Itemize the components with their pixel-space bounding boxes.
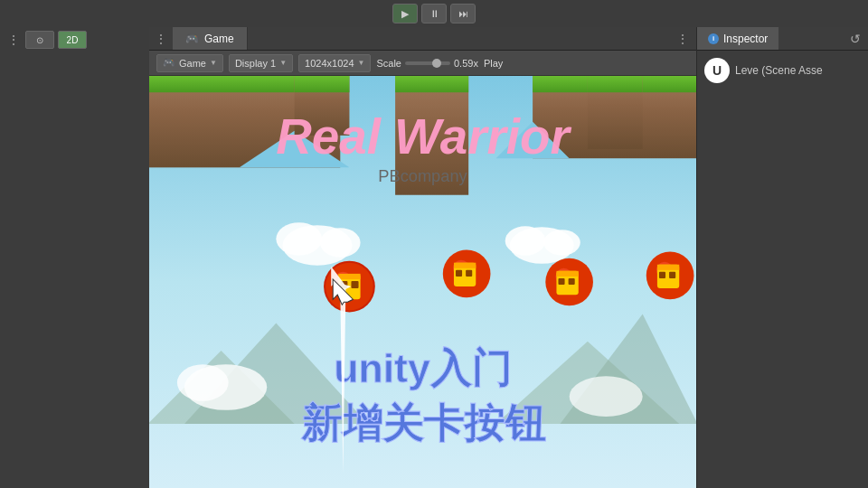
inspector-tab-label: Inspector bbox=[723, 33, 768, 45]
2d-view-button[interactable]: 2D bbox=[58, 31, 87, 49]
scale-slider[interactable] bbox=[405, 61, 450, 65]
svg-rect-44 bbox=[558, 278, 564, 285]
game-tab-label: Game bbox=[204, 33, 234, 45]
display-dropdown[interactable]: Display 1 ▼ bbox=[229, 54, 293, 72]
game-scene-svg: Real Warrior PBcompany unity入门 新增关卡按钮 bbox=[149, 76, 696, 488]
game-mode-arrow: ▼ bbox=[210, 59, 217, 67]
game-mode-icon: 🎮 bbox=[163, 57, 175, 69]
svg-rect-33 bbox=[351, 281, 358, 288]
game-canvas: Real Warrior PBcompany unity入门 新增关卡按钮 bbox=[149, 76, 696, 488]
inspector-panel: i Inspector ↺ U Leve (Scene Asse bbox=[696, 27, 868, 488]
orbit-view-button[interactable]: ⊙ bbox=[25, 31, 54, 49]
svg-rect-31 bbox=[338, 274, 360, 279]
svg-text:新增关卡按钮: 新增关卡按钮 bbox=[301, 400, 546, 446]
game-viewport[interactable]: Real Warrior PBcompany unity入门 新增关卡按钮 bbox=[149, 76, 696, 488]
top-toolbar: ▶ ⏸ ⏭ bbox=[0, 0, 868, 27]
inspector-tab[interactable]: i Inspector bbox=[697, 27, 778, 50]
main-area: ⋮ ⊙ 2D ⋮ 🎮 Game ⋮ 🎮 Game ▼ bbox=[0, 27, 868, 488]
inspector-tab-bar: i Inspector ↺ bbox=[697, 27, 868, 51]
game-mode-dropdown[interactable]: 🎮 Game ▼ bbox=[156, 54, 223, 72]
svg-point-21 bbox=[505, 226, 546, 255]
svg-rect-45 bbox=[569, 278, 575, 285]
svg-rect-37 bbox=[454, 263, 476, 268]
unity-logo-icon: U bbox=[704, 58, 730, 83]
step-icon: ⏭ bbox=[458, 8, 468, 19]
resolution-label: 1024x1024 bbox=[305, 58, 354, 69]
game-panel-dots[interactable]: ⋮ bbox=[149, 27, 173, 50]
svg-rect-49 bbox=[657, 265, 679, 270]
svg-point-18 bbox=[276, 222, 322, 255]
left-gutter: ⋮ ⊙ 2D bbox=[0, 27, 149, 488]
svg-text:PBcompany: PBcompany bbox=[378, 166, 467, 185]
tab-spacer bbox=[248, 27, 669, 50]
game-options-icon[interactable]: ⋮ bbox=[669, 27, 696, 50]
svg-rect-43 bbox=[556, 271, 578, 277]
svg-rect-38 bbox=[456, 270, 462, 277]
left-dots-icon[interactable]: ⋮ bbox=[5, 31, 22, 49]
scale-control: Scale 0.59x bbox=[376, 58, 477, 69]
step-button[interactable]: ⏭ bbox=[450, 4, 476, 23]
display-arrow: ▼ bbox=[279, 59, 287, 67]
game-tab[interactable]: 🎮 Game bbox=[173, 27, 248, 50]
history-icon[interactable]: ↺ bbox=[843, 27, 868, 50]
game-panel: ⋮ 🎮 Game ⋮ 🎮 Game ▼ Display 1 ▼ 1024x102… bbox=[149, 27, 696, 488]
inspector-content: U Leve (Scene Asse bbox=[697, 51, 868, 90]
resolution-arrow: ▼ bbox=[358, 59, 365, 67]
svg-point-25 bbox=[570, 376, 643, 417]
pause-icon: ⏸ bbox=[429, 8, 439, 19]
inspector-content-text: Leve (Scene Asse bbox=[735, 64, 823, 77]
inspector-info-icon: i bbox=[708, 33, 719, 44]
play-icon: ▶ bbox=[401, 8, 409, 20]
left-toolbar-row: ⋮ ⊙ 2D bbox=[0, 31, 149, 49]
dots-icon: ⋮ bbox=[155, 32, 167, 46]
svg-rect-11 bbox=[395, 76, 468, 92]
svg-rect-16 bbox=[588, 76, 643, 92]
pause-button[interactable]: ⏸ bbox=[421, 4, 447, 23]
scale-thumb bbox=[432, 59, 441, 68]
scale-value: 0.59x bbox=[454, 58, 478, 69]
svg-text:unity入门: unity入门 bbox=[334, 345, 511, 390]
display-label: Display 1 bbox=[235, 58, 276, 69]
svg-rect-50 bbox=[659, 272, 665, 278]
scale-text: Scale bbox=[376, 58, 401, 69]
game-mode-label: Game bbox=[179, 58, 206, 69]
svg-text:Real Warrior: Real Warrior bbox=[276, 108, 571, 164]
resolution-dropdown[interactable]: 1024x1024 ▼ bbox=[298, 54, 371, 72]
game-toolbar: 🎮 Game ▼ Display 1 ▼ 1024x1024 ▼ Scale 0… bbox=[149, 51, 696, 76]
svg-point-24 bbox=[177, 364, 229, 401]
svg-point-22 bbox=[543, 230, 580, 255]
svg-rect-51 bbox=[669, 272, 675, 278]
svg-point-19 bbox=[320, 228, 361, 257]
play-mode-label: Play bbox=[484, 58, 503, 69]
game-tab-icon: 🎮 bbox=[185, 33, 199, 45]
svg-rect-9 bbox=[295, 76, 350, 92]
svg-rect-39 bbox=[466, 270, 472, 277]
game-tab-bar: ⋮ 🎮 Game ⋮ bbox=[149, 27, 696, 51]
play-button[interactable]: ▶ bbox=[392, 4, 418, 23]
